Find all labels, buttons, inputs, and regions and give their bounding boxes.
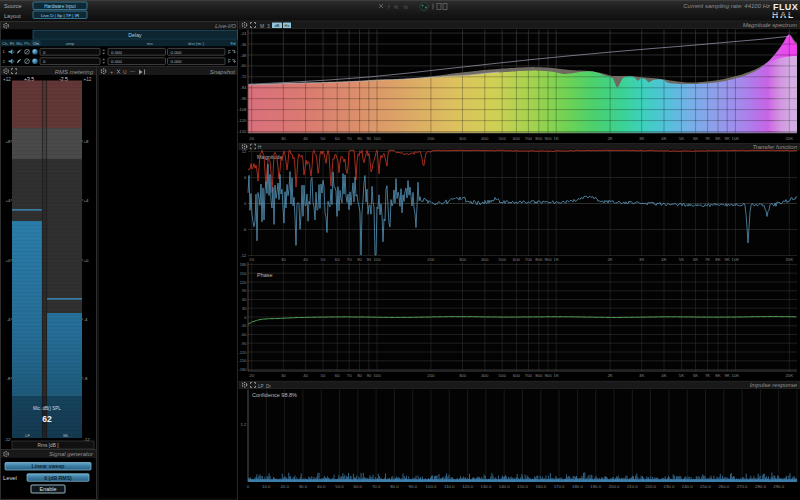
svg-text:40: 40 [303,136,308,141]
svg-text:4K: 4K [661,373,666,378]
svg-text:250.0: 250.0 [700,484,711,489]
svg-text:LF: LF [25,433,30,438]
svg-text:180.0: 180.0 [572,484,583,489]
svg-text:-12: -12 [4,437,11,442]
svg-text:20K: 20K [785,136,793,141]
svg-text:600: 600 [513,373,521,378]
svg-text:110.0: 110.0 [444,484,455,489]
svg-text:Fd: Fd [230,41,236,46]
svg-text:210.0: 210.0 [627,484,638,489]
svg-text:90: 90 [366,373,371,378]
svg-text:90.0: 90.0 [409,484,418,489]
svg-text:-108: -108 [238,107,247,112]
svg-text:%: % [394,5,398,10]
svg-text:40: 40 [303,257,308,262]
svg-text:120.0: 120.0 [462,484,473,489]
svg-text:+8: +8 [84,139,90,144]
svg-text:H: H [258,145,261,150]
svg-text:290.0: 290.0 [773,484,784,489]
svg-text:-180: -180 [238,367,247,372]
svg-text:180: 180 [240,262,247,267]
svg-text:800: 800 [535,257,543,262]
svg-text:Ch, Rf, Mu, Ph,: Ch, Rf, Mu, Ph, [2,41,31,46]
svg-text:62: 62 [42,414,52,424]
svg-text:60: 60 [242,297,247,302]
svg-text:70: 70 [347,373,352,378]
svg-text:8K: 8K [715,136,720,141]
svg-text:+12: +12 [84,77,92,82]
svg-text:4K: 4K [661,136,666,141]
svg-text:300: 300 [459,257,467,262]
svg-text:-60: -60 [241,332,248,337]
svg-text:150: 150 [240,271,247,276]
svg-text:amp: amp [66,41,75,46]
svg-text:900: 900 [544,373,552,378]
svg-text:50.0: 50.0 [335,484,344,489]
svg-text:Mic. dB() SPL: Mic. dB() SPL [33,406,61,411]
svg-text:900: 900 [544,257,552,262]
svg-text:Live-I/O: Live-I/O [215,23,236,29]
svg-text:80: 80 [357,257,362,262]
svg-text:600: 600 [513,257,521,262]
svg-text:5K: 5K [679,373,684,378]
svg-text:dist (m.): dist (m.) [188,41,204,46]
svg-text:2K: 2K [607,136,612,141]
svg-text:90: 90 [366,257,371,262]
svg-text:6K: 6K [693,373,698,378]
svg-text:RMS metering: RMS metering [55,69,94,75]
svg-text:+0: +0 [84,258,90,263]
svg-text:1K: 1K [554,373,559,378]
svg-text:Magnitude: Magnitude [257,154,283,160]
svg-text:+8: +8 [6,139,12,144]
svg-text:200.0: 200.0 [609,484,620,489]
svg-text:0.000: 0.000 [171,50,183,55]
svg-text:5K: 5K [679,136,684,141]
svg-text:Signal generator: Signal generator [49,451,94,457]
svg-text:-4: -4 [84,317,88,322]
svg-text:1K: 1K [554,136,559,141]
svg-text:50: 50 [321,136,326,141]
svg-text:70.0: 70.0 [372,484,381,489]
svg-text:400: 400 [481,136,489,141]
svg-text:150.0: 150.0 [517,484,528,489]
svg-text:dB: dB [275,23,280,28]
svg-text:Transfer function: Transfer function [752,144,797,150]
svg-text:-120: -120 [238,118,247,123]
svg-text:Hardware Input: Hardware Input [44,4,76,9]
svg-text:10K: 10K [732,257,740,262]
svg-text:Layout: Layout [4,13,21,19]
svg-text:-72: -72 [240,74,247,79]
svg-text:30: 30 [242,306,247,311]
svg-text:190.0: 190.0 [590,484,601,489]
svg-text:900: 900 [544,136,552,141]
svg-text:2K: 2K [607,257,612,262]
svg-text:200: 200 [427,136,435,141]
svg-text:8K: 8K [715,373,720,378]
svg-text:7K: 7K [705,373,710,378]
svg-text:2K: 2K [607,373,612,378]
svg-text:9K: 9K [725,373,730,378]
svg-text:-24: -24 [240,31,247,36]
svg-text:80: 80 [357,136,362,141]
svg-text:-132: -132 [238,129,247,134]
svg-text:40.0: 40.0 [317,484,326,489]
svg-text:::: :: [796,4,799,10]
svg-text:700: 700 [525,373,533,378]
svg-text:500: 500 [499,257,507,262]
svg-text:0.000: 0.000 [171,59,183,64]
svg-text:220.0: 220.0 [645,484,656,489]
svg-text:300: 300 [459,373,467,378]
svg-text:Delay: Delay [128,32,142,38]
svg-text:90: 90 [366,136,371,141]
svg-text:800: 800 [535,136,543,141]
svg-text:30: 30 [281,136,286,141]
svg-text:60: 60 [335,373,340,378]
svg-text:-30: -30 [241,323,248,328]
svg-text:400: 400 [481,257,489,262]
svg-text:10.0: 10.0 [262,484,271,489]
svg-text:30: 30 [281,373,286,378]
svg-text:F: F [228,59,231,64]
svg-text:3: 3 [267,23,270,29]
svg-text:50: 50 [321,257,326,262]
svg-text:7K: 7K [705,136,710,141]
